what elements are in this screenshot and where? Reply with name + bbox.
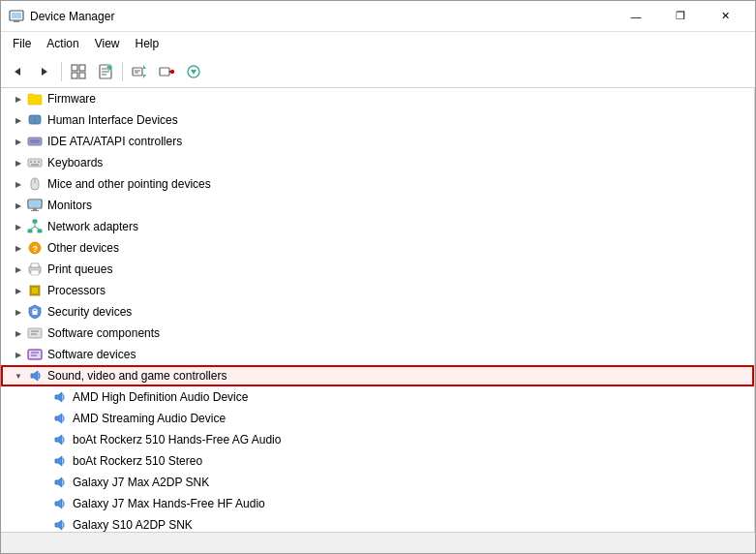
device-icon-other: ? — [26, 239, 44, 257]
expand-btn-print[interactable] — [11, 259, 26, 280]
tree-item-software-components[interactable]: Software components — [1, 323, 754, 344]
svg-marker-65 — [55, 456, 62, 466]
svg-marker-18 — [143, 65, 146, 69]
expand-btn-galaxy-s10-snk[interactable] — [36, 514, 51, 532]
toolbar-sep-2 — [122, 62, 123, 81]
svg-marker-63 — [55, 414, 62, 423]
expand-btn-keyboards[interactable] — [11, 152, 26, 173]
device-manager-window: Device Manager — ❐ ✕ File Action View He… — [0, 0, 756, 554]
uninstall-button[interactable] — [154, 59, 179, 84]
toolbar-sep-1 — [61, 62, 62, 81]
svg-rect-34 — [31, 164, 39, 166]
toolbar: i — [1, 55, 755, 88]
expand-btn-network[interactable] — [11, 216, 26, 237]
tree-item-software-devices[interactable]: Software devices — [1, 344, 754, 365]
tree-item-print[interactable]: Print queues — [1, 259, 754, 280]
device-icon-security — [26, 303, 44, 321]
device-icon-amd-hd-audio — [51, 388, 69, 406]
svg-marker-4 — [42, 68, 47, 76]
expand-btn-ide-ata[interactable] — [11, 131, 26, 152]
expand-btn-boat-510-hf[interactable] — [36, 429, 51, 450]
svg-rect-32 — [34, 161, 36, 163]
menu-view[interactable]: View — [87, 32, 128, 55]
device-icon-network — [26, 218, 44, 235]
tree-item-mice[interactable]: Mice and other pointing devices — [1, 173, 754, 195]
menu-file[interactable]: File — [5, 32, 39, 55]
tree-item-monitors[interactable]: Monitors — [1, 195, 754, 216]
expand-btn-processors[interactable] — [11, 280, 26, 301]
minimize-button[interactable]: — — [614, 1, 658, 32]
tree-item-human-interface[interactable]: Human Interface Devices — [1, 109, 754, 131]
tree-item-sound-video[interactable]: Sound, video and game controllers — [1, 365, 754, 386]
tree-item-ide-ata[interactable]: IDE ATA/ATAPI controllers — [1, 131, 754, 152]
device-icon-boat-510-hf — [51, 431, 69, 448]
tree-item-label-boat-510-hf: boAt Rockerz 510 Hands-Free AG Audio — [73, 433, 750, 446]
expand-btn-boat-510-stereo[interactable] — [36, 450, 51, 472]
expand-btn-sound-video[interactable] — [11, 365, 26, 386]
device-icon-firmware — [26, 90, 44, 108]
tree-item-security[interactable]: Security devices — [1, 301, 754, 323]
svg-rect-40 — [33, 220, 37, 223]
svg-rect-52 — [32, 288, 38, 293]
tree-item-label-software-components: Software components — [47, 326, 750, 340]
update-driver-button[interactable] — [127, 59, 152, 84]
svg-rect-50 — [31, 270, 39, 275]
svg-rect-41 — [28, 230, 32, 232]
expand-btn-software-devices[interactable] — [11, 344, 26, 365]
expand-btn-galaxy-j7-snk[interactable] — [36, 472, 51, 493]
tree-item-label-network: Network adapters — [47, 220, 750, 233]
device-icon-boat-510-stereo — [51, 452, 69, 470]
tree-item-processors[interactable]: Processors — [1, 280, 754, 301]
svg-rect-6 — [79, 65, 85, 71]
expand-btn-other[interactable] — [11, 237, 26, 259]
device-icon-software-components — [26, 324, 44, 342]
device-tree[interactable]: FirmwareHuman Interface DevicesIDE ATA/A… — [1, 88, 755, 532]
tree-item-firmware[interactable]: Firmware — [1, 88, 754, 109]
tree-item-galaxy-j7-hf[interactable]: Galaxy J7 Max Hands-Free HF Audio — [1, 493, 754, 514]
tree-item-keyboards[interactable]: Keyboards — [1, 152, 754, 173]
svg-marker-64 — [55, 435, 62, 445]
expand-btn-firmware[interactable] — [11, 88, 26, 109]
svg-rect-2 — [14, 20, 19, 22]
expand-btn-galaxy-j7-hf[interactable] — [36, 493, 51, 514]
device-icon-mice — [26, 175, 44, 193]
show-hidden-button[interactable] — [66, 59, 91, 84]
tree-item-label-monitors: Monitors — [47, 199, 750, 212]
close-button[interactable]: ✕ — [703, 1, 747, 32]
expand-btn-monitors[interactable] — [11, 195, 26, 216]
expand-btn-amd-hd-audio[interactable] — [36, 386, 51, 408]
tree-item-boat-510-stereo[interactable]: boAt Rockerz 510 Stereo — [1, 450, 754, 472]
svg-rect-49 — [31, 263, 39, 267]
tree-item-label-human-interface: Human Interface Devices — [47, 113, 750, 127]
svg-rect-39 — [31, 210, 39, 211]
tree-item-other[interactable]: ?Other devices — [1, 237, 754, 259]
svg-marker-3 — [15, 68, 20, 76]
device-icon-keyboards — [26, 154, 44, 171]
expand-btn-amd-streaming[interactable] — [36, 408, 51, 429]
scan-hardware-button[interactable] — [181, 59, 206, 84]
expand-btn-software-components[interactable] — [11, 323, 26, 344]
svg-line-44 — [30, 227, 35, 230]
svg-rect-7 — [72, 73, 77, 78]
expand-btn-mice[interactable] — [11, 173, 26, 195]
app-icon — [9, 9, 24, 24]
tree-item-galaxy-s10-snk[interactable]: Galaxy S10 A2DP SNK — [1, 514, 754, 532]
tree-item-label-print: Print queues — [47, 262, 750, 276]
device-icon-software-devices — [26, 346, 44, 363]
expand-btn-security[interactable] — [11, 301, 26, 323]
menu-help[interactable]: Help — [128, 32, 167, 55]
tree-item-boat-510-hf[interactable]: boAt Rockerz 510 Hands-Free AG Audio — [1, 429, 754, 450]
expand-btn-human-interface[interactable] — [11, 109, 26, 131]
tree-item-network[interactable]: Network adapters — [1, 216, 754, 237]
forward-button[interactable] — [32, 59, 57, 84]
properties-button[interactable]: i — [93, 59, 118, 84]
window-controls: — ❐ ✕ — [614, 1, 747, 32]
back-button[interactable] — [5, 59, 30, 84]
window-title: Device Manager — [30, 10, 614, 23]
menu-action[interactable]: Action — [39, 32, 86, 55]
maximize-button[interactable]: ❐ — [658, 1, 703, 32]
device-icon-processors — [26, 282, 44, 299]
tree-item-amd-streaming[interactable]: AMD Streaming Audio Device — [1, 408, 754, 429]
tree-item-amd-hd-audio[interactable]: AMD High Definition Audio Device — [1, 386, 754, 408]
tree-item-galaxy-j7-snk[interactable]: Galaxy J7 Max A2DP SNK — [1, 472, 754, 493]
